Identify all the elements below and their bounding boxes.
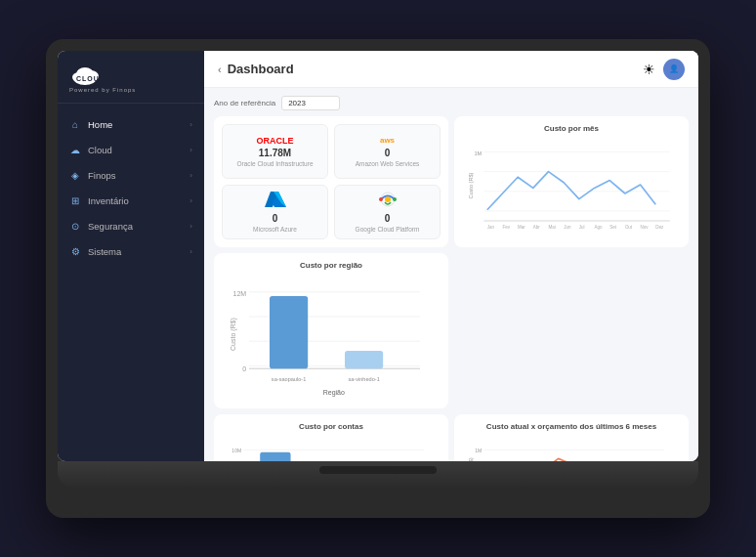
custo-por-regiao-chart: Custo (R$) 12M 0 [222,274,441,401]
sidebar-item-finops[interactable]: ◈ Finops › [58,162,204,188]
year-filter: Ano de referência [214,96,689,110]
sidebar-item-inventario[interactable]: ⊞ Inventário › [58,188,204,213]
svg-text:CLOUD: CLOUD [76,75,101,82]
logo-sub: Powered by Finops [69,87,192,93]
svg-text:Fev: Fev [502,225,510,230]
chevron-seguranca: › [189,222,192,231]
sidebar-label-finops: Finops [88,170,116,181]
sidebar-item-sistema[interactable]: ⚙ Sistema › [58,238,204,264]
oracle-card[interactable]: ORACLE 11.78M Oracle Cloud Infrastructur… [222,124,328,179]
svg-text:Jul: Jul [579,225,585,230]
svg-text:Dez: Dez [655,225,664,230]
svg-text:sa-vinhedo-1: sa-vinhedo-1 [348,376,379,382]
svg-text:sa-saopaulo-1: sa-saopaulo-1 [272,376,306,382]
page-title: Dashboard [228,62,294,76]
oracle-logo: ORACLE [257,136,294,147]
custo-por-mes-svg: Custo (R$) 1M Jan [462,137,681,239]
svg-text:Mai: Mai [548,225,555,230]
svg-text:Set: Set [609,225,616,230]
svg-point-9 [385,196,391,202]
chevron-sistema: › [189,247,192,256]
aws-logo: aws [380,136,395,146]
top-row: ORACLE 11.78M Oracle Cloud Infrastructur… [214,116,689,408]
svg-text:Nov: Nov [641,225,650,230]
laptop-frame: CLOUD Powered by Finops ⌂ Home › ☁ Cloud [46,39,710,518]
svg-rect-40 [345,351,383,368]
sidebar-label-sistema: Sistema [88,246,121,257]
svg-rect-56 [260,451,290,461]
svg-text:1M: 1M [474,150,482,156]
topbar: ‹ Dashboard ☀ 👤 [204,51,698,88]
gcp-card[interactable]: 0 Google Cloud Platform [334,185,441,239]
custo-atual-orcamento-chart: Custo Total (R$) 1M Ago [462,435,681,461]
finops-icon: ◈ [69,169,81,181]
bottom-row: Custo por contas Custo Total (R$) 10M 8M… [214,414,689,461]
sidebar-label-inventario: Inventário [88,195,129,206]
sidebar-label-cloud: Cloud [88,145,112,155]
svg-point-11 [393,197,397,201]
chevron-inventario: › [189,196,192,205]
svg-text:Ago: Ago [595,225,603,230]
custo-por-mes-card: Custo por mês Custo (R$) 1M [454,116,689,247]
svg-text:12M: 12M [233,290,247,297]
aws-card[interactable]: aws 0 Amazon Web Services [334,124,441,179]
custo-por-regiao-card: Custo por região Custo (R$) 12M 0 [214,253,448,408]
custo-atual-orcamento-title: Custo atual x orçamento dos últimos 6 me… [462,422,681,431]
gcp-value: 0 [385,213,391,224]
sidebar-item-home[interactable]: ⌂ Home › [58,111,204,137]
svg-text:Out: Out [625,225,633,230]
svg-text:0: 0 [242,365,246,372]
azure-label: Microsoft Azure [253,226,297,233]
cloud-icon: ☁ [69,144,81,155]
svg-text:Jan: Jan [487,225,495,230]
svg-point-10 [379,197,383,201]
svg-text:Custo (R$): Custo (R$) [468,172,474,198]
custo-por-regiao-title: Custo por região [222,261,441,270]
sidebar: CLOUD Powered by Finops ⌂ Home › ☁ Cloud [58,51,204,461]
year-input[interactable] [281,96,340,110]
custo-atual-orcamento-card: Custo atual x orçamento dos últimos 6 me… [454,414,689,461]
custo-por-contas-chart: Custo Total (R$) 10M 8M 6M 4M 2M [222,435,441,461]
custo-atual-orcamento-svg: Custo Total (R$) 1M Ago [462,435,681,461]
custo-por-mes-title: Custo por mês [462,124,681,133]
logo-area: CLOUD Powered by Finops [58,51,204,104]
user-avatar[interactable]: 👤 [663,59,685,80]
svg-text:Abr: Abr [533,225,540,230]
provider-cards: ORACLE 11.78M Oracle Cloud Infrastructur… [214,116,448,247]
year-filter-label: Ano de referência [214,99,275,107]
sidebar-item-seguranca[interactable]: ⊙ Segurança › [58,213,204,238]
svg-text:1M: 1M [475,447,482,452]
oracle-label: Oracle Cloud Infrastructure [236,160,313,167]
sidebar-nav: ⌂ Home › ☁ Cloud › ◈ Finops [58,104,204,461]
gcp-logo [377,192,399,211]
svg-text:10M: 10M [231,447,241,452]
sistema-icon: ⚙ [69,245,81,257]
chevron-home: › [189,120,192,129]
cloud-logo-icon: CLOUD [69,64,101,86]
chevron-cloud: › [189,146,192,154]
laptop-base [58,461,698,489]
aws-label: Amazon Web Services [356,160,420,167]
svg-text:Jun: Jun [564,225,571,230]
svg-text:Custo (R$): Custo (R$) [230,318,237,351]
sidebar-item-cloud[interactable]: ☁ Cloud › [58,137,204,162]
custo-por-regiao-svg: Custo (R$) 12M 0 [222,274,441,401]
main-content: ‹ Dashboard ☀ 👤 Ano de referência [204,51,698,461]
custo-por-contas-title: Custo por contas [222,422,441,431]
sun-icon[interactable]: ☀ [643,62,655,77]
aws-value: 0 [385,148,391,158]
svg-text:Região: Região [323,389,345,397]
custo-por-contas-card: Custo por contas Custo Total (R$) 10M 8M… [214,414,448,461]
inventario-icon: ⊞ [69,194,81,206]
custo-por-mes-chart: Custo (R$) 1M Jan [462,137,681,239]
content-area: Ano de referência ORACLE 11.78M Oracle C… [204,88,698,461]
oracle-value: 11.78M [259,148,291,158]
chevron-finops: › [189,171,192,180]
svg-rect-39 [270,296,308,368]
back-arrow-icon[interactable]: ‹ [218,64,222,75]
azure-card[interactable]: 0 Microsoft Azure [222,185,328,239]
azure-logo [265,192,286,211]
sidebar-label-home: Home [88,119,112,130]
custo-por-contas-svg: Custo Total (R$) 10M 8M 6M 4M 2M [222,435,441,461]
azure-value: 0 [273,213,278,224]
